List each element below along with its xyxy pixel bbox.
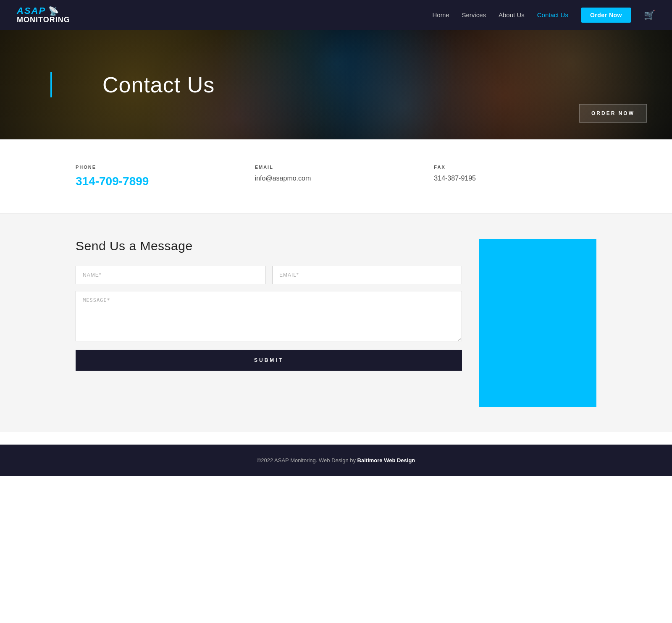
cart-icon[interactable]: 🛒 (644, 10, 655, 21)
phone-info: PHONE 314-709-7899 (76, 165, 238, 188)
hero-title: Contact Us (102, 72, 215, 97)
email-input[interactable] (272, 266, 462, 284)
message-textarea[interactable] (76, 291, 462, 341)
logo[interactable]: ASAP 📡 MONITORING (17, 6, 70, 24)
nav-order-button[interactable]: Order Now (581, 8, 631, 23)
form-title: Send Us a Message (76, 239, 462, 253)
nav-about[interactable]: About Us (499, 11, 525, 18)
logo-monitoring: MONITORING (17, 16, 70, 24)
nav-services[interactable]: Services (462, 11, 486, 18)
name-input[interactable] (76, 266, 265, 284)
cyan-decorative-block (479, 239, 596, 407)
contact-info-section: PHONE 314-709-7899 EMAIL info@asapmo.com… (0, 139, 672, 214)
form-row-name-email (76, 266, 462, 284)
navbar: ASAP 📡 MONITORING Home Services About Us… (0, 0, 672, 30)
phone-label: PHONE (76, 165, 238, 170)
footer-link[interactable]: Baltimore Web Design (357, 457, 415, 463)
footer: ©2022 ASAP Monitoring. Web Design by Bal… (0, 445, 672, 476)
email-info: EMAIL info@asapmo.com (255, 165, 417, 188)
footer-text: ©2022 ASAP Monitoring. Web Design by (257, 457, 357, 463)
submit-button[interactable]: SUBMIT (76, 350, 462, 371)
form-section: Send Us a Message SUBMIT (0, 214, 672, 432)
spacer (0, 432, 672, 445)
hero-content: Contact Us (50, 72, 215, 97)
logo-asap: ASAP (17, 6, 46, 16)
form-container: Send Us a Message SUBMIT (76, 239, 462, 371)
fax-value: 314-387-9195 (434, 175, 596, 182)
nav-links: Home Services About Us Contact Us (432, 11, 568, 19)
fax-label: FAX (434, 165, 596, 170)
hero-order-button[interactable]: ORDER NOW (579, 104, 647, 123)
wifi-icon: 📡 (48, 6, 59, 16)
fax-info: FAX 314-387-9195 (434, 165, 596, 188)
email-value: info@asapmo.com (255, 175, 417, 182)
form-layout: Send Us a Message SUBMIT (76, 239, 596, 407)
phone-value: 314-709-7899 (76, 175, 238, 188)
contact-form: SUBMIT (76, 266, 462, 371)
hero-section: Contact Us ORDER NOW (0, 30, 672, 139)
nav-contact[interactable]: Contact Us (537, 11, 568, 18)
nav-home[interactable]: Home (432, 11, 449, 18)
email-label: EMAIL (255, 165, 417, 170)
contact-info-grid: PHONE 314-709-7899 EMAIL info@asapmo.com… (76, 165, 596, 188)
